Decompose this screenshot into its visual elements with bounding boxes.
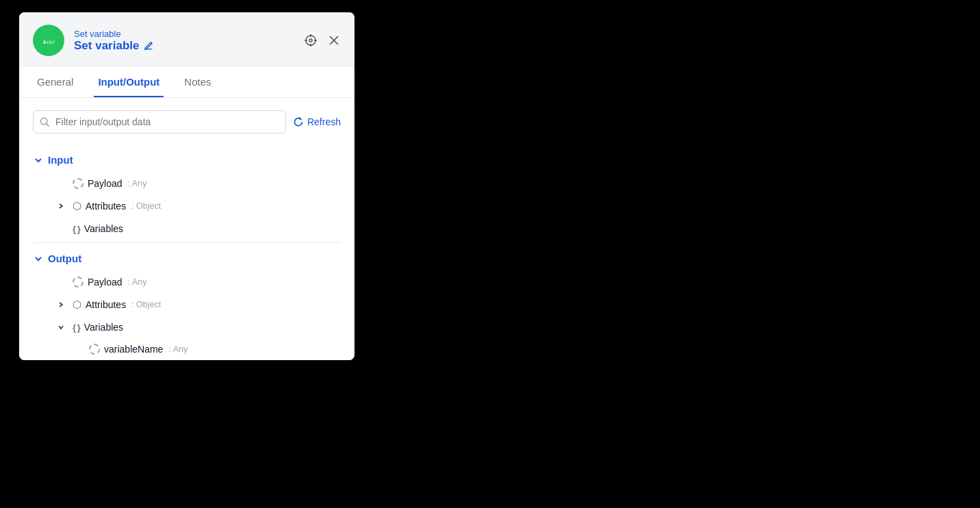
tab-notes[interactable]: Notes: [180, 66, 215, 97]
out-variables-type-icon: { }: [73, 322, 80, 333]
output-attributes-item[interactable]: ⬡ Attributes : Object: [38, 293, 341, 316]
search-icon: [40, 117, 50, 127]
output-payload-item[interactable]: Payload : Any: [38, 271, 341, 293]
output-items: Payload : Any ⬡ Attributes : Object: [33, 271, 341, 360]
header-actions: [304, 34, 341, 47]
input-chevron-icon: [33, 155, 44, 166]
output-variables-label: Variables: [84, 322, 123, 333]
output-attributes-type: : Object: [131, 300, 161, 309]
node-name-label: Set variable: [74, 39, 154, 53]
output-payload-label: Payload: [88, 277, 122, 288]
variables-type-icon: { }: [73, 224, 80, 234]
output-attributes-label: Attributes: [86, 299, 126, 310]
input-section-header[interactable]: Input: [33, 147, 341, 173]
search-row: Refresh: [33, 110, 341, 134]
input-payload-label: Payload: [88, 178, 122, 189]
output-variablename-label: variableName: [104, 344, 163, 355]
input-variables-label: Variables: [84, 223, 123, 234]
input-attributes-item[interactable]: ⬡ Attributes : Object: [38, 194, 341, 218]
input-payload-type: : Any: [128, 179, 147, 188]
refresh-button[interactable]: Refresh: [293, 116, 341, 127]
section-divider: [33, 242, 341, 243]
input-section: Input Payload : Any ⬡: [33, 147, 341, 240]
node-type-label: Set variable: [74, 29, 154, 39]
target-icon[interactable]: [304, 34, 318, 47]
output-payload-type: : Any: [128, 277, 147, 287]
panel-header: ↓ var Set variable Set variable: [19, 12, 354, 66]
search-input-wrapper: [33, 110, 286, 134]
svg-text:var: var: [46, 39, 55, 45]
svg-point-4: [309, 39, 312, 42]
node-icon: ↓ var: [33, 25, 64, 56]
edit-icon[interactable]: [143, 40, 154, 51]
svg-line-12: [47, 123, 49, 126]
variablename-type-icon: [89, 344, 100, 355]
svg-point-3: [306, 36, 315, 45]
input-attributes-type: : Object: [131, 201, 161, 211]
svg-point-11: [40, 118, 47, 124]
output-variablename-item[interactable]: variableName : Any: [38, 338, 341, 360]
input-payload-item[interactable]: Payload : Any: [38, 173, 341, 194]
expand-out-attributes-btn[interactable]: [57, 301, 68, 308]
output-variablename-type: : Any: [168, 344, 188, 354]
input-attributes-label: Attributes: [86, 201, 126, 212]
panel-content: Refresh Input Payload : Any: [19, 98, 354, 360]
output-variables-item[interactable]: { } Variables: [38, 316, 341, 338]
header-left: ↓ var Set variable Set variable: [33, 25, 154, 56]
header-titles: Set variable Set variable: [74, 29, 154, 53]
tab-general[interactable]: General: [33, 66, 77, 97]
tab-input-output[interactable]: Input/Output: [94, 66, 164, 97]
payload-type-icon: [73, 178, 83, 189]
panel: ↓ var Set variable Set variable: [19, 12, 354, 360]
out-attributes-type-icon: ⬡: [73, 299, 81, 311]
expand-attributes-btn[interactable]: [57, 203, 68, 209]
output-payload-type-icon: [73, 277, 83, 288]
input-variables-item[interactable]: { } Variables: [38, 218, 341, 240]
tabs-bar: General Input/Output Notes: [19, 66, 354, 98]
search-input[interactable]: [33, 110, 286, 134]
output-section-header[interactable]: Output: [33, 246, 341, 271]
input-items: Payload : Any ⬡ Attributes : Object: [33, 173, 341, 240]
svg-rect-2: [145, 49, 153, 49]
attributes-type-icon: ⬡: [73, 200, 81, 212]
refresh-icon: [293, 116, 304, 127]
expand-out-variables-btn[interactable]: [57, 324, 68, 331]
output-section: Output Payload : Any ⬡: [33, 246, 341, 360]
output-chevron-icon: [33, 253, 44, 264]
close-icon[interactable]: [327, 34, 341, 47]
